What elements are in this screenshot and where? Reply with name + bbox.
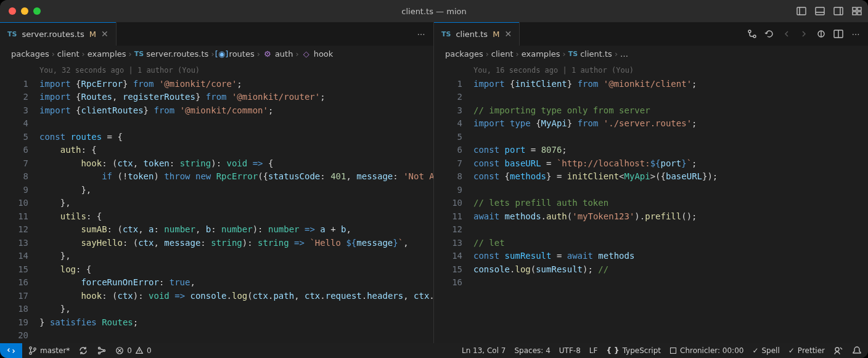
branch-item[interactable]: master* <box>28 346 70 355</box>
layout-controls <box>796 6 862 16</box>
toggle-primary-sidebar-icon[interactable] <box>796 6 806 16</box>
breadcrumbs-left[interactable]: packages› client› examples› TS server.ro… <box>0 46 433 62</box>
notifications-icon[interactable] <box>852 346 862 356</box>
crumb: ⚙auth <box>263 49 293 59</box>
remote-indicator[interactable] <box>0 343 22 358</box>
editor-pane-left: TS server.routes.ts M ✕ ⋯ packages› clie… <box>0 22 434 343</box>
split-editor-icon[interactable] <box>833 29 843 39</box>
crumb: [◉]routes <box>217 49 255 59</box>
method-icon: ⚙ <box>263 49 272 59</box>
sync-icon[interactable] <box>78 346 88 356</box>
tab-bar-left: TS server.routes.ts M ✕ ⋯ <box>0 22 433 46</box>
tab-modified-indicator: M <box>89 30 96 39</box>
variable-icon: [◉] <box>217 49 227 59</box>
eol-item[interactable]: LF <box>589 346 598 355</box>
toggle-whitespace-icon[interactable] <box>816 29 826 39</box>
svg-point-27 <box>835 348 839 351</box>
titlebar: client.ts — mion <box>0 0 868 22</box>
svg-point-17 <box>30 352 32 355</box>
compare-changes-icon[interactable] <box>747 29 757 39</box>
encoding-item[interactable]: UTF-8 <box>559 346 581 355</box>
feedback-icon[interactable] <box>833 346 843 356</box>
crumb: … <box>620 49 628 59</box>
svg-rect-8 <box>853 12 856 15</box>
cursor-position[interactable]: Ln 13, Col 7 <box>462 346 506 355</box>
code-editor-right[interactable]: 12345678910111213141516 You, 16 seconds … <box>434 62 868 343</box>
svg-rect-7 <box>858 7 861 10</box>
prev-change-icon[interactable] <box>782 29 792 39</box>
revert-icon[interactable] <box>764 29 774 39</box>
crumb: client <box>57 49 80 59</box>
tab-actions-left: ⋯ <box>409 22 433 46</box>
crumb: client <box>491 49 514 59</box>
more-actions-icon[interactable]: ⋯ <box>851 29 861 39</box>
editor-pane-right: TS client.ts M ✕ ⋯ packages› client› <box>434 22 868 343</box>
lang-badge: TS <box>7 30 17 38</box>
breadcrumbs-right[interactable]: packages› client› examples› TS client.ts… <box>434 46 868 62</box>
code-editor-left[interactable]: 1234567891011121314151617181920 You, 32 … <box>0 62 433 343</box>
code-body-left[interactable]: You, 32 seconds ago | 1 author (You)impo… <box>38 62 433 343</box>
gutter-left: 1234567891011121314151617181920 <box>0 62 38 343</box>
svg-rect-0 <box>797 7 806 15</box>
crumb: ◇hook <box>301 49 334 59</box>
gutter-right: 12345678910111213141516 <box>434 62 472 343</box>
status-right: Ln 13, Col 7 Spaces: 4 UTF-8 LF { }TypeS… <box>456 346 868 356</box>
crumb: TS server.routes.ts <box>134 49 209 59</box>
toggle-panel-icon[interactable] <box>815 6 825 16</box>
tab-bar-right: TS client.ts M ✕ ⋯ <box>434 22 868 46</box>
tab-modified-indicator: M <box>493 30 499 39</box>
method-icon: ◇ <box>301 49 311 59</box>
svg-rect-6 <box>853 7 856 10</box>
svg-rect-4 <box>834 7 843 15</box>
svg-rect-9 <box>858 12 861 15</box>
window-title: client.ts — mion <box>0 7 868 16</box>
tab-actions-right: ⋯ <box>740 22 868 46</box>
tab-client[interactable]: TS client.ts M ✕ <box>434 22 520 46</box>
tab-filename: client.ts <box>456 30 488 39</box>
chronicler-item[interactable]: Chronicler: 00:00 <box>669 346 743 355</box>
more-actions-icon[interactable]: ⋯ <box>416 29 426 39</box>
spell-item[interactable]: ✓Spell <box>752 346 779 355</box>
app-window: client.ts — mion TS server.routes.ts M ✕… <box>0 0 868 358</box>
problems-item[interactable]: 0 0 <box>115 346 151 355</box>
editor-split: TS server.routes.ts M ✕ ⋯ packages› clie… <box>0 22 868 343</box>
lang-badge: TS <box>441 30 451 38</box>
svg-rect-26 <box>671 348 676 354</box>
status-left: master* 0 0 <box>22 346 158 356</box>
close-tab-icon[interactable]: ✕ <box>504 29 512 39</box>
crumb: TS client.ts <box>568 49 612 59</box>
customize-layout-icon[interactable] <box>852 6 862 16</box>
crumb: examples <box>88 49 126 59</box>
svg-rect-2 <box>816 7 824 15</box>
code-body-right[interactable]: You, 16 seconds ago | 1 author (You)impo… <box>472 62 868 343</box>
status-bar: master* 0 0 Ln 13, Col 7 Spaces: 4 UTF-8… <box>0 343 868 358</box>
svg-point-11 <box>753 35 756 38</box>
next-change-icon[interactable] <box>799 29 809 39</box>
crumb: packages <box>445 49 483 59</box>
svg-point-18 <box>34 348 36 351</box>
close-tab-icon[interactable]: ✕ <box>101 29 108 39</box>
tab-filename: server.routes.ts <box>22 30 84 39</box>
crumb: examples <box>522 49 560 59</box>
toggle-secondary-sidebar-icon[interactable] <box>833 6 843 16</box>
svg-point-16 <box>30 347 32 349</box>
indent-item[interactable]: Spaces: 4 <box>514 346 550 355</box>
tab-server-routes[interactable]: TS server.routes.ts M ✕ <box>0 22 117 46</box>
lang-mode-item[interactable]: { }TypeScript <box>606 346 661 355</box>
prettier-item[interactable]: ✓Prettier <box>788 346 825 355</box>
graph-icon[interactable] <box>97 346 107 356</box>
svg-point-10 <box>748 30 751 33</box>
crumb: packages <box>11 49 49 59</box>
